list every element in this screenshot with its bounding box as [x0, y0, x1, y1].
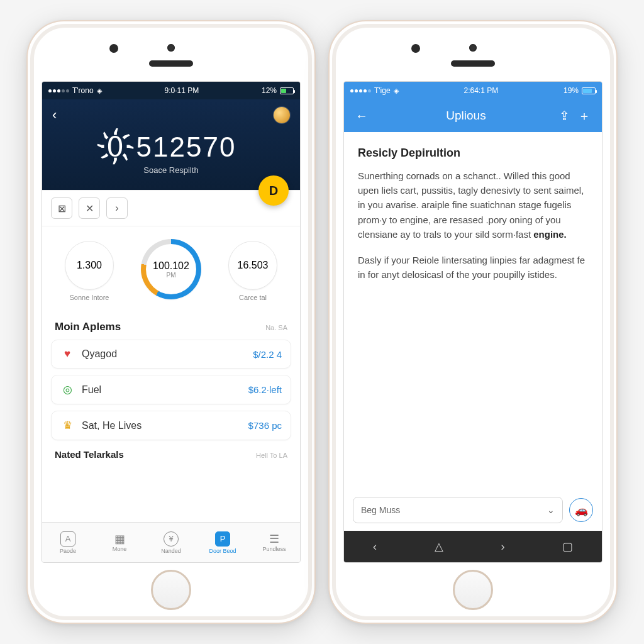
wifi-icon: ◈ — [97, 87, 102, 95]
letter-a-icon: A — [60, 531, 75, 547]
article-heading: Resicly Depirultion — [358, 145, 588, 162]
gauge-center-sub: PM — [167, 272, 176, 279]
article-bold: engine. — [533, 229, 567, 240]
tab-mone[interactable]: ▦ Mone — [94, 523, 145, 562]
item-amount: $/2.2 4 — [253, 349, 282, 360]
home-button[interactable] — [151, 570, 191, 610]
clock-label: 9:0·11 PM — [164, 86, 199, 95]
parking-icon: P — [215, 531, 230, 547]
nav-chat-button[interactable]: ▢ — [562, 540, 573, 553]
crown-icon: ♛ — [60, 419, 74, 432]
tab-label: Nanded — [161, 548, 181, 554]
page-title: Uplious — [378, 109, 554, 123]
status-bar: T'rono ◈ 9:0·11 PM 12% — [42, 82, 300, 99]
tab-nanded[interactable]: ¥ Nanded — [145, 523, 197, 562]
signal-dots-icon — [350, 89, 371, 92]
section-second-header: Nated Telarkals Hell To LA — [42, 447, 300, 466]
battery-pct: 12% — [262, 86, 277, 95]
menu-icon: ☰ — [269, 533, 279, 545]
earpiece-speaker — [451, 60, 495, 67]
gauge-center[interactable]: 100.102 PM — [130, 239, 212, 303]
gauge-right-value: 16.503 — [238, 260, 269, 271]
back-button[interactable]: ← — [352, 109, 372, 123]
nav-forward-button[interactable]: › — [501, 540, 504, 553]
list-item[interactable]: ♥ Qyagod $/2.2 4 — [51, 340, 291, 369]
clock-label: 2:64:1 PM — [464, 86, 498, 95]
list-item[interactable]: ◎ Fuel $6.2·left — [51, 375, 291, 404]
phone-right: T'ige ◈ 2:64:1 PM 19% ← Uplious ⇪ ＋ Resi… — [328, 20, 618, 624]
share-button[interactable]: ⇪ — [554, 108, 574, 123]
carrier-label: T'ige — [374, 86, 391, 95]
item-title: Qyagod — [82, 348, 245, 360]
section-second-meta: Hell To LA — [256, 452, 287, 459]
list-item[interactable]: ♛ Sat, He Lives $736 pc — [51, 411, 291, 440]
item-amount: $6.2·left — [248, 384, 282, 395]
article-body[interactable]: Resicly Depirultion Sunerthing cornads o… — [344, 132, 602, 497]
gauge-right[interactable]: 16.503 Carce tal — [212, 241, 294, 301]
section-main-header: Moin Aplems Na. SA — [42, 318, 300, 340]
fab-primary[interactable]: D — [258, 175, 289, 206]
mail-close-button[interactable]: ⊠ — [51, 197, 72, 219]
forward-button[interactable]: › — [106, 197, 128, 219]
item-amount: $736 pc — [248, 420, 282, 431]
balance-amount: 0҉512570 — [52, 131, 290, 163]
close-button[interactable]: ✕ — [79, 197, 100, 219]
article-paragraph: Sunerthing cornads on a schanct.. Willed… — [358, 169, 588, 242]
tab-door-beod[interactable]: P Door Beod — [197, 523, 248, 562]
gauges-row: 1.300 Sonne Intore 100.102 PM 16.503 Car… — [42, 226, 300, 318]
section-main-meta: Na. SA — [265, 324, 287, 331]
front-camera — [469, 44, 477, 52]
tab-label: Mone — [113, 546, 127, 552]
balance-subtitle: Soace Respilth — [52, 165, 290, 175]
proximity-sensor — [109, 44, 118, 53]
bottom-nav: ‹ △ › ▢ — [344, 531, 602, 562]
gauge-right-label: Carce tal — [239, 294, 267, 301]
screen-right: T'ige ◈ 2:64:1 PM 19% ← Uplious ⇪ ＋ Resi… — [343, 81, 602, 563]
target-icon: ◎ — [60, 383, 74, 396]
profile-gold-icon[interactable] — [274, 107, 290, 123]
gauge-left[interactable]: 1.300 Sonne Intore — [48, 241, 130, 301]
balance-header: ‹ 0҉512570 Soace Respilth — [42, 99, 300, 190]
back-button[interactable]: ‹ — [52, 108, 57, 122]
category-select[interactable]: Beg Muss ⌄ — [353, 497, 563, 523]
phone-left: T'rono ◈ 9:0·11 PM 12% ‹ 0҉512570 Soace … — [26, 20, 316, 624]
coin-icon: ¥ — [164, 531, 179, 547]
section-second-title: Nated Telarkals — [55, 449, 124, 460]
proximity-sensor — [411, 44, 420, 53]
earpiece-speaker — [149, 60, 193, 67]
nav-back-button[interactable]: ‹ — [373, 540, 377, 553]
home-button[interactable] — [453, 570, 493, 610]
app-header: ← Uplious ⇪ ＋ — [344, 99, 602, 132]
tab-bar: A Paode ▦ Mone ¥ Nanded P Door Beod ☰ Pu… — [42, 522, 300, 562]
gauge-center-value: 100.102 — [153, 260, 189, 272]
wifi-icon: ◈ — [394, 87, 399, 95]
screen-left: T'rono ◈ 9:0·11 PM 12% ‹ 0҉512570 Soace … — [42, 81, 301, 563]
nav-bell-button[interactable]: △ — [435, 540, 443, 553]
car-icon-button[interactable]: 🚗 — [569, 498, 593, 522]
select-value: Beg Muss — [361, 505, 400, 515]
article-paragraph: Dasly if your Reiole lintersating linpie… — [358, 253, 588, 282]
heart-icon: ♥ — [60, 348, 74, 360]
tab-label: Door Beod — [209, 548, 236, 554]
tab-pundless[interactable]: ☰ Pundless — [248, 523, 300, 562]
signal-dots-icon — [48, 89, 69, 92]
item-title: Sat, He Lives — [82, 420, 241, 431]
add-button[interactable]: ＋ — [574, 108, 594, 125]
section-main-title: Moin Aplems — [55, 321, 121, 333]
battery-icon — [582, 87, 596, 94]
gauge-left-value: 1.300 — [77, 260, 102, 271]
front-camera — [167, 44, 175, 52]
item-title: Fuel — [82, 384, 241, 396]
tab-label: Paode — [60, 548, 76, 554]
chevron-down-icon: ⌄ — [547, 505, 555, 515]
tab-label: Pundless — [262, 546, 286, 552]
grid-icon: ▦ — [114, 533, 125, 545]
status-bar: T'ige ◈ 2:64:1 PM 19% — [344, 82, 602, 99]
action-toolbar: ⊠ ✕ › D — [42, 190, 300, 226]
battery-icon — [280, 87, 294, 94]
tab-paode[interactable]: A Paode — [42, 523, 94, 562]
gauge-left-label: Sonne Intore — [70, 294, 109, 301]
carrier-label: T'rono — [72, 86, 94, 95]
battery-pct: 19% — [564, 86, 579, 95]
footer-controls: Beg Muss ⌄ 🚗 — [344, 497, 602, 531]
